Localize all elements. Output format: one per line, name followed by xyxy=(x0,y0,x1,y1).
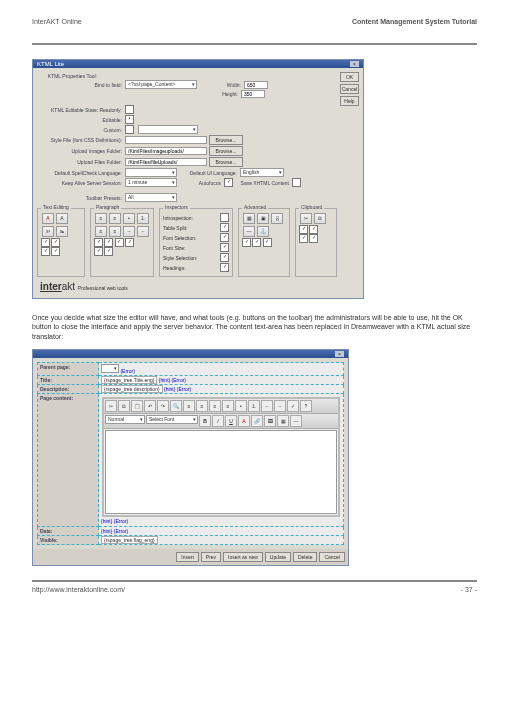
savexhtml-check[interactable] xyxy=(292,178,301,187)
font-select[interactable]: Select Font xyxy=(146,415,198,424)
custom-select[interactable] xyxy=(138,125,198,134)
keepalive-select[interactable]: 1 minute xyxy=(125,178,177,187)
presets-select[interactable]: All xyxy=(125,193,177,202)
cb-chk2[interactable]: ✓ xyxy=(309,225,318,234)
uilang-select[interactable]: English xyxy=(240,168,284,177)
paste-icon[interactable]: 📋 xyxy=(131,400,143,412)
image-icon[interactable]: ▣ xyxy=(257,213,269,224)
insp-chk6[interactable]: ✓ xyxy=(220,263,229,272)
autofocus-check[interactable]: ✓ xyxy=(224,178,233,187)
ul-icon[interactable]: • xyxy=(235,400,247,412)
title-input[interactable]: {rspage_tree.Title.eng} xyxy=(101,376,157,384)
delete-button[interactable]: Delete xyxy=(293,552,317,562)
image-icon[interactable]: 🖼 xyxy=(264,415,276,427)
width-input[interactable] xyxy=(244,81,268,89)
imgfolder-input[interactable] xyxy=(125,147,207,155)
help-icon[interactable]: ? xyxy=(300,400,312,412)
insp-chk4[interactable]: ✓ xyxy=(220,243,229,252)
ar-icon[interactable]: ≡ xyxy=(209,400,221,412)
spell-icon[interactable]: ✓ xyxy=(287,400,299,412)
a-chk3[interactable]: ✓ xyxy=(263,238,272,247)
cancel-button[interactable]: Cancel xyxy=(319,552,345,562)
cancel-button[interactable]: Cancel xyxy=(340,84,359,94)
cb-chk1[interactable]: ✓ xyxy=(299,225,308,234)
te-chk4[interactable]: ✓ xyxy=(51,247,60,256)
imgfolder-browse-button[interactable]: Browse... xyxy=(209,146,243,156)
fontcolor-icon[interactable]: A xyxy=(56,213,68,224)
outdent-icon[interactable]: ← xyxy=(137,226,149,237)
ol-icon[interactable]: 1. xyxy=(248,400,260,412)
hr-icon[interactable]: — xyxy=(243,226,255,237)
ol-icon[interactable]: 1. xyxy=(137,213,149,224)
ok-button[interactable]: OK xyxy=(340,72,359,82)
cut-icon[interactable]: ✂ xyxy=(105,400,117,412)
align-right-icon[interactable]: ≡ xyxy=(95,226,107,237)
anchor-icon[interactable]: ⚓ xyxy=(257,226,269,237)
aj-icon[interactable]: ≡ xyxy=(222,400,234,412)
sub-icon[interactable]: x₂ xyxy=(56,226,68,237)
filefolder-input[interactable] xyxy=(125,158,207,166)
height-input[interactable] xyxy=(241,90,265,98)
prev-button[interactable]: Prev xyxy=(201,552,221,562)
insp-chk1[interactable] xyxy=(220,213,229,222)
italic-icon[interactable]: I xyxy=(212,415,224,427)
link-icon[interactable]: 🔗 xyxy=(251,415,263,427)
hr-icon[interactable]: — xyxy=(290,415,302,427)
a-chk2[interactable]: ✓ xyxy=(252,238,261,247)
spell-select[interactable] xyxy=(125,168,177,177)
p-chk3[interactable]: ✓ xyxy=(115,238,124,247)
find-icon[interactable]: 🔍 xyxy=(170,400,182,412)
p-chk2[interactable]: ✓ xyxy=(104,238,113,247)
copy-icon[interactable]: ⧉ xyxy=(118,400,130,412)
insp-chk2[interactable]: ✓ xyxy=(220,223,229,232)
a-chk1[interactable]: ✓ xyxy=(242,238,251,247)
bindfield-select[interactable]: <?xsl:page_Content> xyxy=(125,80,197,89)
custom-radio[interactable] xyxy=(125,125,134,134)
align-just-icon[interactable]: ≡ xyxy=(109,226,121,237)
cb-chk3[interactable]: ✓ xyxy=(299,234,308,243)
readonly-radio[interactable] xyxy=(125,105,134,114)
cb-chk4[interactable]: ✓ xyxy=(309,234,318,243)
te-chk2[interactable]: ✓ xyxy=(51,238,60,247)
close-icon[interactable]: × xyxy=(335,351,344,357)
table-icon[interactable]: ▦ xyxy=(243,213,255,224)
p-chk6[interactable]: ✓ xyxy=(104,247,113,256)
parent-select[interactable] xyxy=(101,364,119,373)
bold-icon[interactable]: A xyxy=(42,213,54,224)
align-center-icon[interactable]: ≡ xyxy=(109,213,121,224)
format-select[interactable]: Normal xyxy=(105,415,145,424)
p-chk1[interactable]: ✓ xyxy=(94,238,103,247)
cut-icon[interactable]: ✂ xyxy=(300,213,312,224)
indent-icon[interactable]: → xyxy=(123,226,135,237)
link-icon[interactable]: ⍓ xyxy=(271,213,283,224)
editable-radio[interactable]: • xyxy=(125,115,134,124)
table-icon[interactable]: ▦ xyxy=(277,415,289,427)
sup-icon[interactable]: x² xyxy=(42,226,54,237)
underline-icon[interactable]: U xyxy=(225,415,237,427)
visible-input[interactable]: {rspage_tree.flag_eng} xyxy=(101,536,158,544)
bold-icon[interactable]: B xyxy=(199,415,211,427)
p-chk4[interactable]: ✓ xyxy=(125,238,134,247)
ul-icon[interactable]: • xyxy=(123,213,135,224)
stylefile-input[interactable] xyxy=(125,136,207,144)
insert-button[interactable]: Insert xyxy=(176,552,199,562)
te-chk3[interactable]: ✓ xyxy=(41,247,50,256)
align-left-icon[interactable]: ≡ xyxy=(95,213,107,224)
update-button[interactable]: Update xyxy=(265,552,291,562)
insp-chk3[interactable]: ✓ xyxy=(220,233,229,242)
copy-icon[interactable]: ⧉ xyxy=(314,213,326,224)
insertnew-button[interactable]: Insert as new xyxy=(223,552,263,562)
stylefile-browse-button[interactable]: Browse... xyxy=(209,135,243,145)
ac-icon[interactable]: ≡ xyxy=(196,400,208,412)
outdent-icon[interactable]: ← xyxy=(261,400,273,412)
undo-icon[interactable]: ↶ xyxy=(144,400,156,412)
redo-icon[interactable]: ↷ xyxy=(157,400,169,412)
te-chk1[interactable]: ✓ xyxy=(41,238,50,247)
color-icon[interactable]: A xyxy=(238,415,250,427)
desc-input[interactable]: {rspage_tree.description} xyxy=(101,385,163,393)
p-chk5[interactable]: ✓ xyxy=(94,247,103,256)
insp-chk5[interactable]: ✓ xyxy=(220,253,229,262)
al-icon[interactable]: ≡ xyxy=(183,400,195,412)
indent-icon[interactable]: → xyxy=(274,400,286,412)
help-button[interactable]: Help xyxy=(340,96,359,106)
